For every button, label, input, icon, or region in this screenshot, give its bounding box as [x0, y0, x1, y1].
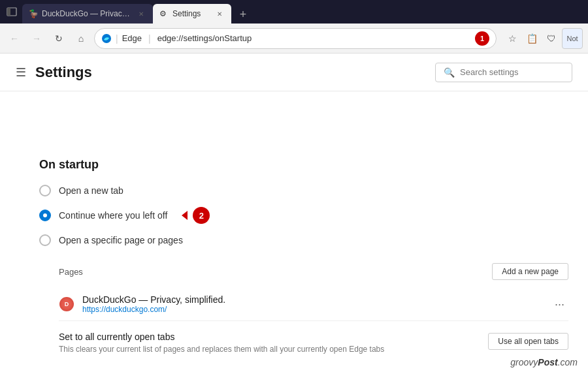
tab-settings-title: Settings: [172, 9, 210, 18]
profile-button[interactable]: Not: [562, 28, 583, 49]
duckduckgo-tab-icon: 🦆: [29, 9, 38, 18]
radio-continue[interactable]: [39, 210, 51, 221]
open-tabs-section: Set to all currently open tabs This clea…: [59, 332, 568, 354]
address-separator: |: [116, 33, 118, 44]
tab-settings-close[interactable]: ✕: [214, 8, 225, 19]
tab-settings[interactable]: ⚙ Settings ✕: [153, 4, 231, 23]
toolbar-icons: ☆ 📋 🛡 Not: [503, 28, 583, 49]
page-more-icon[interactable]: ···: [551, 298, 568, 311]
radio-new-tab[interactable]: [39, 185, 51, 196]
radio-option-continue[interactable]: Continue where you left off 2: [39, 207, 568, 224]
collections-icon[interactable]: 📋: [523, 29, 541, 48]
browser-title-bar: 🦆 DuckDuckGo — Privacy, simplifie... ✕ ⚙…: [0, 0, 588, 23]
pages-header: Pages Add a new page: [59, 263, 568, 280]
page-content: ☰ Settings 🔍 On startup Open a new tab C…: [0, 54, 588, 374]
ddg-favicon-icon: D: [59, 297, 74, 311]
tab-duckduckgo[interactable]: 🦆 DuckDuckGo — Privacy, simplifie... ✕: [22, 4, 153, 23]
browser-essentials-icon[interactable]: 🛡: [542, 29, 561, 48]
back-button[interactable]: ←: [5, 29, 24, 48]
badge-2: 2: [193, 207, 210, 224]
open-tabs-title: Set to all currently open tabs: [59, 332, 384, 342]
favorites-icon[interactable]: ☆: [503, 29, 521, 48]
address-text: edge://settings/onStartup: [157, 33, 468, 43]
radio-continue-label: Continue where you left off: [59, 210, 167, 221]
forward-button[interactable]: →: [27, 29, 46, 48]
use-all-open-tabs-button[interactable]: Use all open tabs: [488, 333, 568, 350]
section-title: On startup: [39, 158, 568, 172]
page-item-duckduckgo: D DuckDuckGo — Privacy, simplified. http…: [59, 288, 568, 321]
settings-main: On startup Open a new tab Continue where…: [0, 145, 588, 374]
duckduckgo-favicon: D: [59, 296, 74, 312]
watermark: groovyPost.com: [510, 357, 578, 367]
page-title: Settings: [35, 64, 92, 81]
tab-duckduckgo-title: DuckDuckGo — Privacy, simplifie...: [42, 9, 132, 18]
refresh-button[interactable]: ↻: [50, 29, 68, 48]
pages-label: Pages: [59, 267, 83, 277]
svg-rect-1: [7, 8, 10, 16]
search-settings-box[interactable]: 🔍: [435, 63, 572, 82]
badge-1: 1: [475, 31, 489, 46]
page-info: DuckDuckGo — Privacy, simplified. https:…: [82, 294, 543, 314]
home-button[interactable]: ⌂: [72, 29, 90, 48]
page-url: https://duckduckgo.com/: [82, 305, 543, 314]
search-settings-input[interactable]: [460, 67, 564, 77]
edge-label: Edge: [122, 33, 142, 43]
radio-specific-label: Open a specific page or pages: [59, 235, 183, 245]
hamburger-menu-icon[interactable]: ☰: [16, 65, 26, 80]
window-controls: [5, 5, 18, 18]
open-tabs-description: This clears your current list of pages a…: [59, 345, 384, 354]
search-icon: 🔍: [444, 67, 455, 78]
pages-section: Pages Add a new page D DuckDuckGo — Priv…: [39, 263, 568, 354]
radio-option-specific[interactable]: Open a specific page or pages: [39, 234, 568, 246]
tabs-area: 🦆 DuckDuckGo — Privacy, simplifie... ✕ ⚙…: [22, 0, 583, 23]
settings-header: ☰ Settings 🔍: [0, 54, 588, 91]
radio-specific[interactable]: [39, 234, 51, 246]
pipe-separator: |: [148, 33, 151, 44]
edge-logo-icon: [101, 33, 112, 44]
new-tab-button[interactable]: +: [234, 5, 252, 23]
add-new-page-button[interactable]: Add a new page: [492, 263, 568, 280]
tab-duckduckgo-close[interactable]: ✕: [136, 8, 146, 19]
address-bar-row: ← → ↻ ⌂ | Edge | edge://settings/onStart…: [0, 23, 588, 54]
radio-new-tab-label: Open a new tab: [59, 185, 123, 196]
settings-title-area: ☰ Settings: [16, 64, 92, 81]
watermark-text: groovyPost.com: [510, 357, 578, 367]
radio-option-new-tab[interactable]: Open a new tab: [39, 185, 568, 196]
open-tabs-info: Set to all currently open tabs This clea…: [59, 332, 384, 354]
address-bar[interactable]: | Edge | edge://settings/onStartup 1: [94, 28, 497, 49]
window-sidebar-icon[interactable]: [5, 5, 18, 18]
settings-tab-icon: ⚙: [159, 9, 169, 18]
page-name: DuckDuckGo — Privacy, simplified.: [82, 294, 543, 305]
